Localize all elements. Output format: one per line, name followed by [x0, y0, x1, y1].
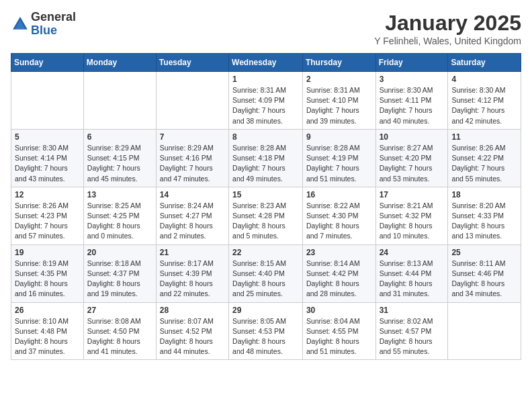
day-number: 29 [232, 306, 299, 315]
weekday-header: Wednesday [229, 54, 303, 72]
calendar-table: SundayMondayTuesdayWednesdayThursdayFrid… [11, 53, 521, 360]
calendar-cell: 10Sunrise: 8:27 AM Sunset: 4:20 PM Dayli… [375, 129, 448, 187]
day-info: Sunrise: 8:10 AM Sunset: 4:48 PM Dayligh… [15, 316, 80, 357]
day-info: Sunrise: 8:30 AM Sunset: 4:12 PM Dayligh… [451, 85, 517, 126]
logo: General Blue [11, 11, 76, 38]
weekday-header: Sunday [11, 54, 84, 72]
calendar-cell: 8Sunrise: 8:28 AM Sunset: 4:18 PM Daylig… [229, 129, 303, 187]
calendar-cell [11, 72, 84, 130]
month-title: January 2025 [374, 11, 521, 36]
day-info: Sunrise: 8:31 AM Sunset: 4:09 PM Dayligh… [232, 85, 299, 126]
day-number: 8 [232, 132, 299, 142]
day-info: Sunrise: 8:29 AM Sunset: 4:15 PM Dayligh… [87, 143, 152, 184]
day-info: Sunrise: 8:08 AM Sunset: 4:50 PM Dayligh… [87, 316, 152, 357]
calendar-cell: 11Sunrise: 8:26 AM Sunset: 4:22 PM Dayli… [448, 129, 521, 187]
day-info: Sunrise: 8:30 AM Sunset: 4:11 PM Dayligh… [380, 85, 445, 126]
calendar-cell: 2Sunrise: 8:31 AM Sunset: 4:10 PM Daylig… [302, 72, 375, 130]
day-number: 2 [306, 75, 372, 84]
calendar-cell: 16Sunrise: 8:22 AM Sunset: 4:30 PM Dayli… [302, 187, 375, 244]
day-number: 6 [87, 132, 152, 142]
calendar-cell: 31Sunrise: 8:02 AM Sunset: 4:57 PM Dayli… [375, 302, 448, 360]
calendar-cell: 12Sunrise: 8:26 AM Sunset: 4:23 PM Dayli… [11, 187, 84, 244]
day-info: Sunrise: 8:04 AM Sunset: 4:55 PM Dayligh… [306, 316, 372, 357]
day-number: 28 [160, 306, 225, 315]
day-info: Sunrise: 8:11 AM Sunset: 4:46 PM Dayligh… [451, 259, 517, 300]
day-number: 4 [451, 75, 517, 84]
calendar-cell: 14Sunrise: 8:24 AM Sunset: 4:27 PM Dayli… [156, 187, 228, 244]
day-number: 16 [306, 190, 372, 199]
weekday-header: Monday [83, 54, 156, 72]
day-number: 24 [380, 248, 445, 257]
day-info: Sunrise: 8:23 AM Sunset: 4:28 PM Dayligh… [232, 201, 299, 242]
logo-icon [11, 15, 30, 34]
day-number: 13 [87, 190, 152, 199]
day-number: 3 [380, 75, 445, 84]
day-number: 17 [380, 190, 445, 199]
calendar-cell: 13Sunrise: 8:25 AM Sunset: 4:25 PM Dayli… [83, 187, 156, 244]
calendar-cell: 21Sunrise: 8:17 AM Sunset: 4:39 PM Dayli… [156, 244, 228, 302]
day-info: Sunrise: 8:17 AM Sunset: 4:39 PM Dayligh… [160, 259, 225, 300]
day-info: Sunrise: 8:26 AM Sunset: 4:23 PM Dayligh… [15, 201, 80, 242]
day-number: 27 [87, 306, 152, 315]
day-number: 9 [306, 132, 372, 142]
day-number: 20 [87, 248, 152, 257]
day-info: Sunrise: 8:24 AM Sunset: 4:27 PM Dayligh… [160, 201, 225, 242]
day-info: Sunrise: 8:31 AM Sunset: 4:10 PM Dayligh… [306, 85, 372, 126]
weekday-header: Friday [375, 54, 448, 72]
calendar-cell [156, 72, 228, 130]
calendar-cell [448, 302, 521, 360]
day-number: 14 [160, 190, 225, 199]
calendar-week-row: 19Sunrise: 8:19 AM Sunset: 4:35 PM Dayli… [11, 244, 521, 302]
calendar-cell: 30Sunrise: 8:04 AM Sunset: 4:55 PM Dayli… [302, 302, 375, 360]
day-info: Sunrise: 8:13 AM Sunset: 4:44 PM Dayligh… [380, 259, 445, 300]
day-info: Sunrise: 8:27 AM Sunset: 4:20 PM Dayligh… [380, 143, 445, 184]
calendar-cell: 15Sunrise: 8:23 AM Sunset: 4:28 PM Dayli… [229, 187, 303, 244]
day-info: Sunrise: 8:28 AM Sunset: 4:19 PM Dayligh… [306, 143, 372, 184]
calendar-cell: 22Sunrise: 8:15 AM Sunset: 4:40 PM Dayli… [229, 244, 303, 302]
calendar-cell: 18Sunrise: 8:20 AM Sunset: 4:33 PM Dayli… [448, 187, 521, 244]
calendar-cell: 25Sunrise: 8:11 AM Sunset: 4:46 PM Dayli… [448, 244, 521, 302]
calendar-cell: 23Sunrise: 8:14 AM Sunset: 4:42 PM Dayli… [302, 244, 375, 302]
calendar-cell: 19Sunrise: 8:19 AM Sunset: 4:35 PM Dayli… [11, 244, 84, 302]
day-number: 7 [160, 132, 225, 142]
day-number: 5 [15, 132, 80, 142]
calendar-week-row: 26Sunrise: 8:10 AM Sunset: 4:48 PM Dayli… [11, 302, 521, 360]
day-number: 1 [232, 75, 299, 84]
day-number: 18 [451, 190, 517, 199]
day-info: Sunrise: 8:28 AM Sunset: 4:18 PM Dayligh… [232, 143, 299, 184]
calendar-cell: 1Sunrise: 8:31 AM Sunset: 4:09 PM Daylig… [229, 72, 303, 130]
logo-blue-text: Blue [31, 24, 76, 38]
weekday-header: Saturday [448, 54, 521, 72]
location-subtitle: Y Felinheli, Wales, United Kingdom [374, 36, 521, 46]
day-number: 19 [15, 248, 80, 257]
day-number: 30 [306, 306, 372, 315]
day-info: Sunrise: 8:05 AM Sunset: 4:53 PM Dayligh… [232, 316, 299, 357]
calendar-cell: 27Sunrise: 8:08 AM Sunset: 4:50 PM Dayli… [83, 302, 156, 360]
day-number: 31 [380, 306, 445, 315]
calendar-week-row: 1Sunrise: 8:31 AM Sunset: 4:09 PM Daylig… [11, 72, 521, 130]
day-number: 23 [306, 248, 372, 257]
calendar-cell: 3Sunrise: 8:30 AM Sunset: 4:11 PM Daylig… [375, 72, 448, 130]
weekday-header: Tuesday [156, 54, 228, 72]
day-number: 21 [160, 248, 225, 257]
calendar-cell: 4Sunrise: 8:30 AM Sunset: 4:12 PM Daylig… [448, 72, 521, 130]
calendar-cell: 26Sunrise: 8:10 AM Sunset: 4:48 PM Dayli… [11, 302, 84, 360]
logo-general-text: General [31, 11, 76, 24]
day-info: Sunrise: 8:02 AM Sunset: 4:57 PM Dayligh… [380, 316, 445, 357]
day-number: 11 [451, 132, 517, 142]
calendar-cell: 29Sunrise: 8:05 AM Sunset: 4:53 PM Dayli… [229, 302, 303, 360]
day-info: Sunrise: 8:18 AM Sunset: 4:37 PM Dayligh… [87, 259, 152, 300]
calendar-cell [83, 72, 156, 130]
day-info: Sunrise: 8:30 AM Sunset: 4:14 PM Dayligh… [15, 143, 80, 184]
calendar-week-row: 12Sunrise: 8:26 AM Sunset: 4:23 PM Dayli… [11, 187, 521, 244]
calendar-cell: 17Sunrise: 8:21 AM Sunset: 4:32 PM Dayli… [375, 187, 448, 244]
day-info: Sunrise: 8:20 AM Sunset: 4:33 PM Dayligh… [451, 201, 517, 242]
day-number: 26 [15, 306, 80, 315]
page-header: General Blue January 2025 Y Felinheli, W… [11, 11, 521, 46]
day-number: 10 [380, 132, 445, 142]
day-info: Sunrise: 8:07 AM Sunset: 4:52 PM Dayligh… [160, 316, 225, 357]
day-info: Sunrise: 8:22 AM Sunset: 4:30 PM Dayligh… [306, 201, 372, 242]
title-block: January 2025 Y Felinheli, Wales, United … [374, 11, 521, 46]
day-info: Sunrise: 8:29 AM Sunset: 4:16 PM Dayligh… [160, 143, 225, 184]
day-info: Sunrise: 8:15 AM Sunset: 4:40 PM Dayligh… [232, 259, 299, 300]
